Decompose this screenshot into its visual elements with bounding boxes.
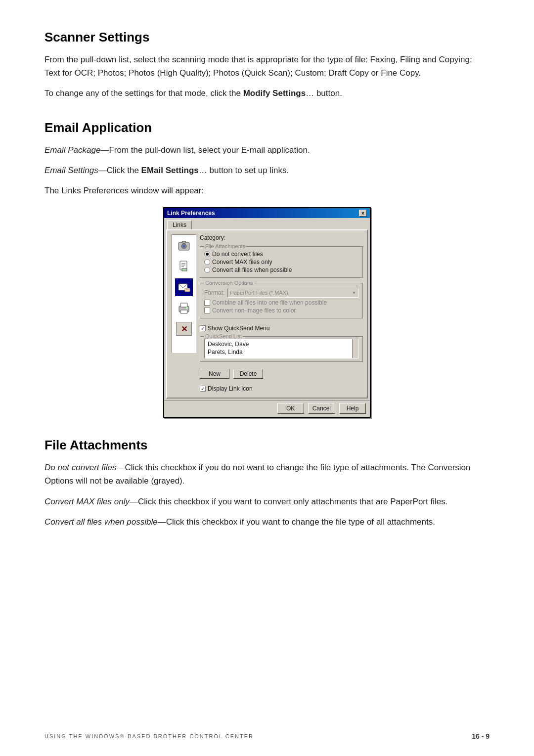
dialog-close-button[interactable]: × (359, 210, 367, 217)
file-attachments-heading: File Attachments (44, 438, 490, 453)
checkbox-combine[interactable] (204, 300, 210, 306)
scanner-settings-body2: To change any of the settings for that m… (44, 87, 490, 100)
footer-left: USING THE WINDOWS®-BASED BROTHER CONTROL… (44, 733, 254, 739)
radio-row-1: Do not convert files (204, 251, 358, 258)
format-dropdown[interactable]: PaperPort Files (*.MAX) ▼ (227, 288, 358, 298)
scanner-body2-prefix: To change any of the settings for that m… (44, 89, 243, 98)
radio-convert-all[interactable] (204, 267, 210, 273)
email-para2-prefix: —Click the (98, 166, 141, 175)
qs-item-1: Deskovic, Dave (207, 340, 356, 348)
radio-label-1: Do not convert files (212, 251, 263, 258)
radio-do-not-convert[interactable] (204, 251, 210, 257)
fa-para3-suffix: —Click this checkbox if you want to chan… (158, 517, 435, 527)
email-para2-suffix: … button to set up links. (199, 166, 289, 175)
file-attachments-title: File Attachments (204, 243, 246, 249)
page-footer: USING THE WINDOWS®-BASED BROTHER CONTROL… (0, 732, 534, 740)
icon-item-3[interactable] (175, 278, 193, 296)
email-para1-suffix: —From the pull-down list, select your E-… (100, 145, 310, 155)
email-application-heading: Email Application (44, 120, 490, 135)
checkbox-show-qs[interactable] (200, 325, 206, 331)
email-para1: Email Package—From the pull-down list, s… (44, 143, 490, 157)
page-content: Scanner Settings From the pull-down list… (0, 0, 534, 575)
cancel-button[interactable]: Cancel (308, 403, 335, 414)
svg-rect-14 (180, 310, 187, 313)
svg-rect-8 (182, 268, 187, 271)
show-quicksend-row: Show QuickSend Menu (200, 325, 363, 332)
radio-convert-max[interactable] (204, 259, 210, 265)
checkbox-label-2: Convert non-image files to color (212, 307, 296, 314)
new-delete-btn-row: New Delete (200, 369, 363, 379)
format-label: Format: (204, 289, 224, 296)
qs-listbox[interactable]: Deskovic, Dave Parets, Linda (204, 339, 358, 358)
fa-para1-italic: Do not convert files (44, 463, 117, 472)
checkbox-convert-nonimage[interactable] (204, 308, 210, 313)
fa-para2: Convert MAX files only—Click this checkb… (44, 495, 490, 508)
format-value: PaperPort Files (*.MAX) (230, 290, 288, 296)
dropdown-arrow-icon: ▼ (352, 291, 356, 295)
fa-para3-italic: Convert all files when possible (44, 517, 158, 527)
icon-item-4[interactable] (175, 299, 193, 317)
format-row: Format: PaperPort Files (*.MAX) ▼ (204, 288, 358, 298)
checkbox-display-link[interactable] (200, 386, 206, 392)
fa-para1: Do not convert files—Click this checkbox… (44, 461, 490, 488)
email-para3: The Links Preferences window will appear… (44, 184, 490, 197)
settings-panel: Category: File Attachments Do not conver… (200, 234, 363, 394)
radio-label-3: Convert all files when possible (212, 267, 292, 273)
qs-item-2: Parets, Linda (207, 348, 356, 356)
file-attachments-groupbox: File Attachments Do not convert files Co… (200, 246, 363, 278)
dialog-titlebar: Link Preferences × (164, 208, 370, 218)
checkbox-row-2: Convert non-image files to color (204, 307, 358, 314)
svg-point-2 (182, 245, 185, 248)
email-para2-italic: Email Settings (44, 166, 98, 175)
email-para2-bold: EMail Settings (141, 166, 199, 175)
dialog-bottom-buttons: OK Cancel Help (164, 400, 370, 417)
ok-button[interactable]: OK (277, 403, 304, 414)
show-qs-label: Show QuickSend Menu (208, 325, 269, 332)
radio-label-2: Convert MAX files only (212, 259, 272, 266)
category-row: Category: (200, 234, 363, 241)
category-label: Category: (200, 234, 225, 241)
svg-rect-3 (182, 241, 186, 243)
icon-item-1[interactable] (175, 237, 193, 255)
dialog-container: Link Preferences × Links (44, 207, 490, 418)
svg-point-15 (186, 307, 188, 309)
radio-row-2: Convert MAX files only (204, 259, 358, 266)
display-link-label: Display Link Icon (208, 385, 253, 392)
dialog-body: ✕ Category: File Attachments (166, 229, 368, 399)
conversion-options-groupbox: Conversion Options Format: PaperPort Fil… (200, 283, 363, 318)
email-para2: Email Settings—Click the EMail Settings…… (44, 164, 490, 177)
fa-para2-italic: Convert MAX files only (44, 497, 130, 506)
scanner-settings-heading: Scanner Settings (44, 30, 490, 45)
checkbox-row-1: Combine all files into one file when pos… (204, 299, 358, 306)
tab-links[interactable]: Links (167, 220, 192, 229)
new-button[interactable]: New (200, 369, 229, 379)
delete-button[interactable]: Delete (233, 369, 263, 379)
checkbox-label-1: Combine all files into one file when pos… (212, 299, 327, 306)
qs-list-groupbox: QuickSend List Deskovic, Dave Parets, Li… (200, 336, 363, 362)
help-button[interactable]: Help (339, 403, 366, 414)
dialog-title: Link Preferences (167, 210, 215, 217)
footer-page: 16 - 9 (472, 732, 490, 740)
link-preferences-dialog: Link Preferences × Links (163, 207, 371, 418)
icon-listbox: ✕ (172, 234, 196, 353)
icon-panel: ✕ (171, 234, 197, 394)
fa-para3: Convert all files when possible—Click th… (44, 515, 490, 529)
qs-scrollbar[interactable] (352, 339, 358, 358)
display-link-icon-row: Display Link Icon (200, 385, 363, 392)
scanner-settings-body1: From the pull-down list, select the scan… (44, 53, 490, 80)
email-para1-italic: Email Package (44, 145, 100, 155)
fa-para2-suffix: —Click this checkbox if you want to conv… (130, 497, 447, 506)
conversion-options-title: Conversion Options (204, 280, 254, 286)
radio-row-3: Convert all files when possible (204, 267, 358, 273)
dialog-tabs: Links (164, 218, 370, 229)
icon-item-2[interactable] (175, 258, 193, 275)
icon-item-5[interactable]: ✕ (175, 320, 193, 338)
scanner-body2-bold: Modify Settings (243, 89, 306, 98)
scanner-body2-suffix: … button. (306, 89, 342, 98)
delete-icon: ✕ (176, 322, 192, 336)
svg-rect-13 (180, 303, 187, 307)
